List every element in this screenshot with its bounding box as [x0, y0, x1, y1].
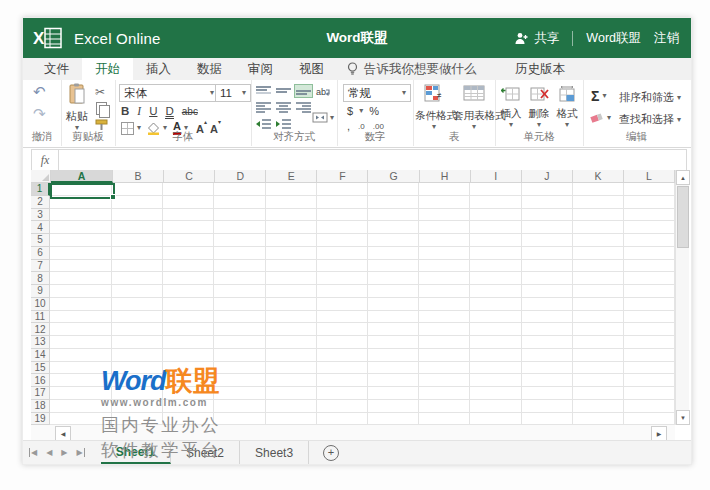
- cell-B17[interactable]: [112, 387, 163, 400]
- cell-H16[interactable]: [419, 374, 470, 387]
- cell-D10[interactable]: [214, 298, 265, 311]
- cell-C16[interactable]: [163, 374, 214, 387]
- vertical-scrollbar-thumb[interactable]: [677, 186, 689, 248]
- conditional-formatting-button[interactable]: ≠ 条件格式 ▾: [415, 84, 453, 131]
- find-select-button[interactable]: 查找和选择▾: [619, 112, 681, 127]
- tab-插入[interactable]: 插入: [133, 58, 184, 80]
- row-header-5[interactable]: 5: [31, 234, 50, 247]
- cell-F17[interactable]: [317, 387, 368, 400]
- font-name-select[interactable]: 宋体▾: [119, 84, 219, 102]
- cell-H6[interactable]: [419, 247, 470, 260]
- cell-A9[interactable]: [50, 285, 112, 298]
- row-header-1[interactable]: 1: [31, 183, 50, 196]
- cell-C13[interactable]: [163, 336, 214, 349]
- sheet-nav-next[interactable]: ▶: [61, 448, 67, 457]
- cell-J3[interactable]: [522, 209, 573, 222]
- cell-K14[interactable]: [573, 349, 624, 362]
- cell-A16[interactable]: [50, 374, 112, 387]
- cell-I10[interactable]: [470, 298, 521, 311]
- cell-H12[interactable]: [419, 323, 470, 336]
- row-header-2[interactable]: 2: [31, 196, 50, 209]
- cell-A6[interactable]: [50, 247, 112, 260]
- cell-L16[interactable]: [624, 374, 675, 387]
- cell-B6[interactable]: [112, 247, 163, 260]
- row-header-10[interactable]: 10: [31, 298, 50, 311]
- cell-H4[interactable]: [419, 221, 470, 234]
- cell-C11[interactable]: [163, 311, 214, 324]
- cell-B1[interactable]: [112, 183, 163, 196]
- cell-I6[interactable]: [470, 247, 521, 260]
- row-header-3[interactable]: 3: [31, 209, 50, 222]
- cell-E11[interactable]: [266, 311, 317, 324]
- column-header-C[interactable]: C: [164, 170, 215, 183]
- cell-G15[interactable]: [368, 362, 419, 375]
- cell-L3[interactable]: [624, 209, 675, 222]
- underline-button[interactable]: U: [149, 105, 157, 117]
- increase-indent-button[interactable]: [275, 118, 292, 130]
- cell-D4[interactable]: [214, 221, 265, 234]
- cell-B5[interactable]: [112, 234, 163, 247]
- format-as-table-button[interactable]: 套用表格式 ▾: [453, 84, 495, 131]
- cell-E7[interactable]: [266, 260, 317, 273]
- cell-J8[interactable]: [522, 272, 573, 285]
- cell-G11[interactable]: [368, 311, 419, 324]
- cell-A15[interactable]: [50, 362, 112, 375]
- undo-button[interactable]: ↶: [33, 84, 46, 99]
- cell-D7[interactable]: [214, 260, 265, 273]
- cell-F18[interactable]: [317, 400, 368, 413]
- cell-C17[interactable]: [163, 387, 214, 400]
- sheet-tab-Sheet3[interactable]: Sheet3: [240, 441, 309, 464]
- cell-L17[interactable]: [624, 387, 675, 400]
- cell-L2[interactable]: [624, 196, 675, 209]
- align-middle-button[interactable]: [275, 85, 292, 97]
- cell-H19[interactable]: [419, 413, 470, 426]
- insert-cells-button[interactable]: 插入 ▾: [497, 86, 525, 129]
- cell-K11[interactable]: [573, 311, 624, 324]
- cell-H18[interactable]: [419, 400, 470, 413]
- cell-E12[interactable]: [266, 323, 317, 336]
- tell-me-box[interactable]: 告诉我你想要做什么: [337, 58, 487, 80]
- cell-D3[interactable]: [214, 209, 265, 222]
- bold-button[interactable]: B: [121, 105, 129, 117]
- cell-F2[interactable]: [317, 196, 368, 209]
- cell-A11[interactable]: [50, 311, 112, 324]
- cell-I16[interactable]: [470, 374, 521, 387]
- cell-K3[interactable]: [573, 209, 624, 222]
- select-all-corner[interactable]: [31, 170, 51, 183]
- currency-format-button[interactable]: $: [347, 105, 353, 117]
- cell-H7[interactable]: [419, 260, 470, 273]
- cell-A1[interactable]: [50, 183, 112, 196]
- cell-I11[interactable]: [470, 311, 521, 324]
- cell-F8[interactable]: [317, 272, 368, 285]
- cell-A4[interactable]: [50, 221, 112, 234]
- cell-E14[interactable]: [266, 349, 317, 362]
- cell-A18[interactable]: [50, 400, 112, 413]
- double-underline-button[interactable]: D: [165, 105, 173, 119]
- cell-D9[interactable]: [214, 285, 265, 298]
- row-header-18[interactable]: 18: [31, 400, 50, 413]
- column-header-E[interactable]: E: [266, 170, 317, 183]
- cell-L13[interactable]: [624, 336, 675, 349]
- cell-F4[interactable]: [317, 221, 368, 234]
- cell-H2[interactable]: [419, 196, 470, 209]
- cell-D6[interactable]: [214, 247, 265, 260]
- row-header-12[interactable]: 12: [31, 323, 50, 336]
- cell-K2[interactable]: [573, 196, 624, 209]
- share-button[interactable]: 共享: [514, 30, 559, 47]
- cell-B13[interactable]: [112, 336, 163, 349]
- sheet-tab-Sheet1[interactable]: Sheet1: [101, 441, 171, 464]
- cell-G7[interactable]: [368, 260, 419, 273]
- merge-dropdown-arrow[interactable]: ▾: [330, 114, 334, 122]
- cell-C14[interactable]: [163, 349, 214, 362]
- cell-G3[interactable]: [368, 209, 419, 222]
- cell-B19[interactable]: [112, 413, 163, 426]
- cell-D18[interactable]: [214, 400, 265, 413]
- tab-数据[interactable]: 数据: [184, 58, 235, 80]
- cell-C6[interactable]: [163, 247, 214, 260]
- wrap-text-button[interactable]: ab: [315, 86, 331, 99]
- cell-K5[interactable]: [573, 234, 624, 247]
- cell-D8[interactable]: [214, 272, 265, 285]
- cell-D1[interactable]: [214, 183, 265, 196]
- cell-G18[interactable]: [368, 400, 419, 413]
- cell-F16[interactable]: [317, 374, 368, 387]
